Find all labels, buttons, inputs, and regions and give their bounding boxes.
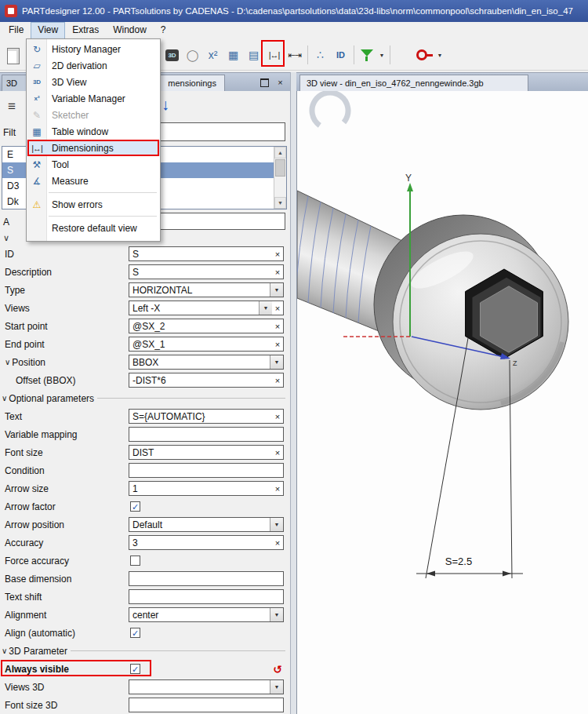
menu-extras[interactable]: Extras [65, 22, 106, 39]
dimensionings-icon[interactable]: |↔| [264, 44, 284, 66]
value-box[interactable]: HORIZONTAL▼ [129, 282, 284, 297]
variable-manager-icon[interactable]: x² [203, 44, 223, 66]
tab-3d-view[interactable]: 3D view - din_en_iso_4762_nenngewinde.3g… [299, 75, 528, 91]
checkbox[interactable]: ✓ [130, 628, 140, 638]
key-caret-icon[interactable]: ▼ [435, 44, 445, 66]
dropdown-button[interactable]: ▼ [270, 680, 283, 694]
value-box[interactable]: S× [129, 246, 284, 261]
property-value: ✓ [129, 625, 284, 640]
value-box[interactable]: @SX_1× [129, 337, 284, 352]
value-box[interactable]: BBOX▼ [129, 355, 284, 370]
list-scrollbar[interactable]: ▲ ▼ [274, 147, 286, 209]
value-box[interactable]: DIST× [129, 445, 284, 460]
move-down-icon[interactable]: ↓ [162, 96, 169, 114]
clear-button[interactable]: × [272, 484, 283, 494]
expander-icon[interactable]: ∨ [2, 647, 7, 655]
property-label-text: Arrow size [5, 483, 49, 494]
dropdown-button[interactable]: ▼ [259, 301, 272, 315]
connections-icon[interactable]: ∴ [310, 44, 330, 66]
scroll-down-icon[interactable]: ▼ [274, 197, 286, 209]
right-panel-header: 3D view - din_en_iso_4762_nenngewinde.3g… [296, 72, 588, 91]
clear-button[interactable]: × [272, 322, 283, 331]
clear-button[interactable]: × [272, 268, 283, 277]
menu-item-3d-view[interactable]: 3D3D View [27, 74, 160, 90]
property-label: Align (automatic) [0, 628, 129, 639]
id-icon[interactable]: ID [331, 44, 350, 66]
expander-icon[interactable]: ∨ [2, 394, 7, 403]
form-icon[interactable]: ▤ [244, 44, 263, 66]
value-box[interactable]: S={AUTOMATIC}× [129, 409, 284, 424]
checkbox[interactable] [130, 556, 140, 566]
checkbox[interactable]: ✓ [130, 501, 140, 512]
menu-item-restore-default-view[interactable]: Restore default view [27, 220, 160, 236]
menu-item-dimensionings[interactable]: |↔|Dimensionings [27, 140, 160, 156]
new-document-icon[interactable] [3, 45, 23, 67]
value-box[interactable]: 1× [129, 481, 284, 496]
clear-button[interactable]: × [272, 448, 283, 457]
menu-item-table-window[interactable]: ▦Table window [27, 123, 160, 140]
value-box[interactable]: center▼ [129, 607, 284, 622]
clear-button[interactable]: × [272, 412, 283, 421]
value-box[interactable] [129, 698, 284, 712]
value-box[interactable] [129, 427, 284, 442]
dropdown-button[interactable]: ▼ [270, 608, 283, 621]
menu-file[interactable]: File [2, 22, 31, 39]
close-panel-button[interactable]: × [274, 76, 287, 89]
value-box[interactable]: -DIST*6× [129, 373, 284, 388]
value-text: center [132, 610, 270, 621]
menu-item-measure[interactable]: ∡Measure [27, 173, 160, 189]
property-label: Force accuracy [0, 556, 129, 566]
value-text: -DIST*6 [132, 375, 272, 386]
panel-splitter[interactable] [290, 72, 296, 714]
value-box[interactable]: Default▼ [129, 517, 284, 532]
view-3d-icon[interactable]: 3D [162, 44, 182, 66]
derivation-2d-icon[interactable]: ◯ [183, 44, 202, 66]
dropdown-button[interactable]: ▼ [270, 518, 283, 531]
value-box[interactable] [129, 571, 284, 586]
dropdown-button[interactable]: ▼ [270, 283, 283, 297]
menu-view[interactable]: View [31, 22, 65, 39]
value-box[interactable]: S× [129, 264, 284, 279]
menu-item-2d-derivation[interactable]: ▱2D derivation [27, 57, 160, 74]
list-item-label: E [7, 149, 13, 160]
menu-item-history-manager[interactable]: ↻History Manager [27, 41, 160, 57]
scrollbar-thumb[interactable] [275, 159, 285, 177]
menu-item-variable-manager[interactable]: x²Variable Manager [27, 90, 160, 107]
clear-button[interactable]: × [272, 376, 283, 385]
scroll-up-icon[interactable]: ▲ [274, 147, 286, 158]
filter-icon[interactable] [357, 44, 376, 66]
toolbar-separator [307, 46, 308, 64]
menu-item-sketcher[interactable]: ✎Sketcher [27, 107, 160, 123]
table-window-icon[interactable]: ▦ [223, 44, 243, 66]
filter-caret-icon[interactable]: ▼ [377, 44, 387, 66]
menu-window[interactable]: Window [106, 22, 154, 39]
reset-icon[interactable]: ↺ [273, 663, 282, 676]
dropdown-button[interactable]: ▼ [270, 355, 283, 369]
checkbox[interactable]: ✓ [130, 664, 140, 674]
3d-scene[interactable]: Y Z S=2.5 [297, 91, 588, 714]
value-box[interactable]: Left -X▼× [129, 301, 284, 315]
clear-button[interactable]: × [272, 304, 283, 313]
key-icon[interactable] [415, 44, 434, 66]
value-box[interactable] [129, 463, 284, 478]
value-box[interactable]: 3× [129, 535, 284, 550]
group-expander-icon[interactable]: ∨ [3, 233, 9, 243]
filter-caret-icon-glyph: ▼ [379, 53, 385, 58]
panel-menu-icon[interactable]: ≡ [8, 99, 16, 115]
tab-3d-view-fragment[interactable]: 3D [2, 75, 27, 91]
value-box[interactable]: @SX_2× [129, 319, 284, 333]
menu-help[interactable]: ? [154, 22, 173, 39]
measure-icon: ∡ [27, 176, 47, 187]
clear-button[interactable]: × [272, 250, 283, 259]
clear-button[interactable]: × [272, 538, 283, 548]
dimension-horizontal-icon[interactable]: ⇤⇥ [285, 44, 304, 66]
menu-item-show-errors[interactable]: ⚠Show errors [27, 196, 160, 213]
clear-button[interactable]: × [272, 340, 283, 349]
menu-item-tool[interactable]: ⚒Tool [27, 156, 160, 173]
key-caret-icon-glyph: ▼ [437, 53, 443, 58]
restore-panel-button[interactable] [258, 76, 271, 89]
property-row-arrow-factor: Arrow factor✓ [0, 497, 290, 515]
value-box[interactable]: ▼ [129, 679, 284, 694]
expander-icon[interactable]: ∨ [5, 358, 10, 366]
value-box[interactable] [129, 589, 284, 604]
